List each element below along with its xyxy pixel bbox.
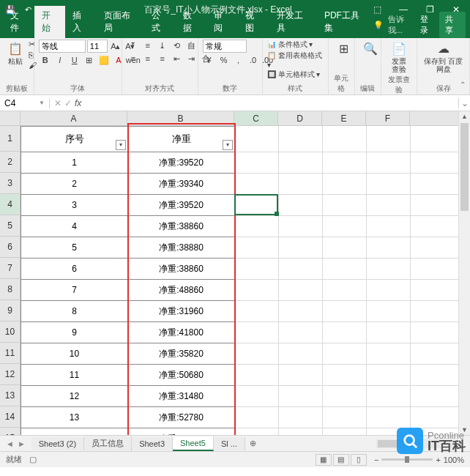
- align-middle-button[interactable]: ≡: [141, 40, 154, 51]
- cell[interactable]: 净重:48860: [128, 280, 235, 301]
- row-header-6[interactable]: 6: [0, 237, 20, 258]
- macro-record-icon[interactable]: ▢: [29, 455, 37, 464]
- filter-button-b[interactable]: ▾: [223, 140, 233, 150]
- tab-insert[interactable]: 插入: [65, 6, 97, 38]
- header-cell-a[interactable]: 序号▾: [21, 127, 128, 152]
- filter-button-a[interactable]: ▾: [116, 140, 126, 150]
- row-header-10[interactable]: 10: [0, 321, 20, 343]
- sheet-tab-1[interactable]: Sheet3 (2): [31, 437, 84, 450]
- tell-me-search[interactable]: 告诉我...: [388, 14, 416, 36]
- cell[interactable]: 5: [21, 237, 128, 259]
- font-name-select[interactable]: [39, 40, 86, 53]
- tab-review[interactable]: 审阅: [206, 6, 238, 38]
- increase-font-button[interactable]: A▴: [109, 40, 122, 52]
- add-sheet-button[interactable]: ⊕: [245, 439, 261, 448]
- fx-icon[interactable]: fx: [75, 98, 81, 108]
- row-header-2[interactable]: 2: [0, 152, 20, 173]
- percent-button[interactable]: %: [217, 54, 231, 66]
- col-header-b[interactable]: B: [127, 111, 234, 125]
- row-header-12[interactable]: 12: [0, 364, 20, 385]
- zoom-level[interactable]: 100%: [444, 455, 464, 464]
- cell[interactable]: 净重:38880: [128, 237, 235, 259]
- editing-button[interactable]: 🔍: [359, 40, 381, 57]
- col-header-f[interactable]: F: [366, 111, 410, 125]
- name-box[interactable]: C4▼: [0, 98, 50, 108]
- row-header-11[interactable]: 11: [0, 343, 20, 364]
- cell[interactable]: 净重:38860: [128, 216, 235, 237]
- row-header-5[interactable]: 5: [0, 215, 20, 237]
- italic-button[interactable]: I: [53, 54, 67, 66]
- cell[interactable]: 净重:52780: [128, 407, 235, 428]
- header-cell-b[interactable]: 净重▾: [128, 127, 235, 152]
- format-as-table-button[interactable]: 📋 套用表格格式 ▾: [267, 51, 324, 69]
- tab-formulas[interactable]: 公式: [144, 6, 176, 38]
- cell[interactable]: 净重:39520: [128, 195, 235, 216]
- border-button[interactable]: ⊞: [83, 54, 96, 66]
- vertical-scrollbar[interactable]: ▲ ▼: [458, 111, 470, 435]
- expand-formula-bar-button[interactable]: ⌄: [458, 98, 470, 108]
- tab-home[interactable]: 开始: [34, 6, 66, 38]
- col-header-a[interactable]: A: [20, 111, 127, 125]
- col-header-e[interactable]: E: [322, 111, 366, 125]
- tab-data[interactable]: 数据: [176, 6, 207, 38]
- sheet-nav-next-icon[interactable]: ►: [18, 439, 26, 448]
- cell-styles-button[interactable]: 🔲 单元格样式 ▾: [267, 70, 321, 80]
- cell[interactable]: 净重:41800: [128, 322, 235, 343]
- align-top-button[interactable]: ⤒: [127, 40, 140, 51]
- col-header-c[interactable]: C: [234, 111, 278, 125]
- row-header-3[interactable]: 3: [0, 173, 20, 194]
- comma-button[interactable]: ,: [232, 54, 245, 66]
- font-size-select[interactable]: [87, 40, 108, 53]
- increase-decimal-button[interactable]: .0: [247, 54, 260, 66]
- row-header-14[interactable]: 14: [0, 406, 20, 428]
- row-header-1[interactable]: 1: [0, 126, 20, 152]
- page-layout-view-button[interactable]: ▤: [333, 454, 349, 466]
- grid[interactable]: 序号▾ 净重▾ 1净重:395202净重:393403净重:395204净重:3…: [20, 126, 458, 435]
- zoom-out-button[interactable]: −: [374, 455, 378, 464]
- cell[interactable]: 净重:38860: [128, 259, 235, 280]
- paste-button[interactable]: 📋 粘贴: [4, 40, 26, 67]
- cell[interactable]: 6: [21, 259, 128, 280]
- cell[interactable]: 7: [21, 280, 128, 301]
- row-header-13[interactable]: 13: [0, 385, 20, 406]
- zoom-slider[interactable]: [381, 458, 433, 461]
- cell[interactable]: 4: [21, 216, 128, 237]
- align-bottom-button[interactable]: ⤓: [156, 40, 169, 51]
- currency-button[interactable]: ¥: [203, 54, 216, 66]
- collapse-ribbon-button[interactable]: ⌃: [460, 81, 466, 89]
- cell[interactable]: 1: [21, 152, 128, 174]
- tab-developer[interactable]: 开发工具: [269, 6, 317, 38]
- scroll-up-icon[interactable]: ▲: [459, 111, 470, 122]
- tab-view[interactable]: 视图: [238, 6, 269, 38]
- cell[interactable]: 3: [21, 195, 128, 216]
- cell[interactable]: 10: [21, 343, 128, 365]
- cell[interactable]: 2: [21, 174, 128, 195]
- sheet-tab-2[interactable]: 员工信息: [84, 436, 132, 451]
- cancel-formula-icon[interactable]: ✕: [54, 98, 61, 108]
- align-center-button[interactable]: ≡: [141, 53, 154, 64]
- col-header-d[interactable]: D: [278, 111, 322, 125]
- tab-pdf-tools[interactable]: PDF工具集: [317, 6, 373, 38]
- login-link[interactable]: 登录: [420, 14, 435, 36]
- sheet-tab-5[interactable]: Sl ...: [214, 437, 245, 450]
- invoice-check-button[interactable]: 📄发票 查验: [386, 40, 412, 75]
- decrease-indent-button[interactable]: ⇤: [171, 53, 184, 64]
- cell[interactable]: 净重:50680: [128, 365, 235, 386]
- align-left-button[interactable]: ≡: [127, 53, 140, 64]
- fill-color-button[interactable]: 🟨: [97, 54, 111, 66]
- scrollbar-thumb[interactable]: [460, 123, 469, 211]
- tab-page-layout[interactable]: 页面布局: [97, 6, 144, 38]
- underline-button[interactable]: U: [68, 54, 81, 66]
- bold-button[interactable]: B: [39, 54, 52, 66]
- cell[interactable]: 净重:31960: [128, 301, 235, 322]
- share-button[interactable]: 共享: [439, 12, 466, 38]
- wrap-text-button[interactable]: 自: [185, 40, 198, 51]
- cell[interactable]: 净重:39520: [128, 152, 235, 174]
- cell[interactable]: 13: [21, 407, 128, 428]
- orientation-button[interactable]: ⟲: [171, 40, 184, 51]
- zoom-in-button[interactable]: +: [436, 455, 440, 464]
- page-break-view-button[interactable]: ▯: [351, 454, 367, 466]
- row-header-4[interactable]: 4: [0, 194, 20, 215]
- cell[interactable]: 9: [21, 322, 128, 343]
- row-header-15[interactable]: 15: [0, 428, 20, 435]
